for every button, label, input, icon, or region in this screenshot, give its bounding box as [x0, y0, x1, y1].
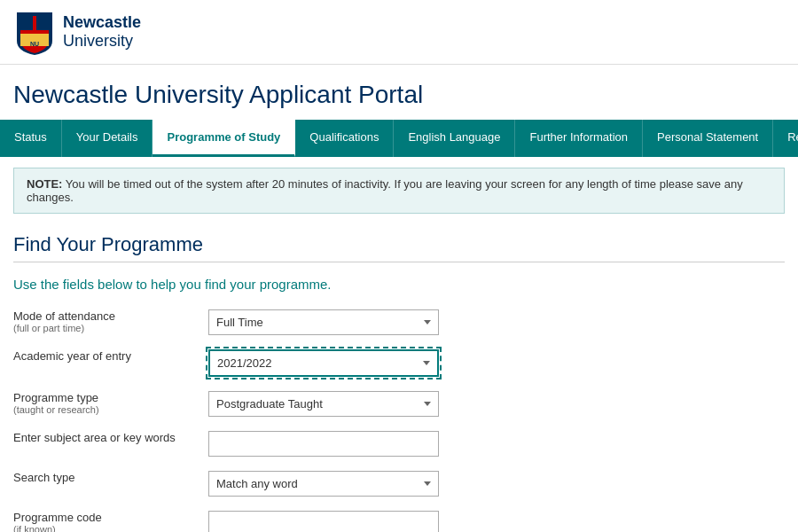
mode-attendance-sublabel: (full or part time) — [13, 323, 208, 333]
subject-area-input[interactable] — [208, 431, 439, 457]
programme-code-input[interactable] — [208, 511, 439, 532]
tab-your-details[interactable]: Your Details — [62, 120, 153, 157]
academic-year-row: Academic year of entry 2020/2021 2021/20… — [13, 349, 785, 377]
subject-area-control — [208, 431, 785, 457]
svg-text:NU: NU — [30, 41, 39, 47]
programme-code-sublabel: (if known) — [13, 524, 208, 532]
search-type-label-cell: Search type — [13, 471, 208, 484]
subject-area-label: Enter subject area or key words — [13, 431, 208, 444]
academic-year-label-cell: Academic year of entry — [13, 349, 208, 363]
section-divider — [13, 262, 785, 262]
mode-attendance-label: Mode of attendance — [13, 309, 208, 323]
tab-referees[interactable]: Referees — [773, 120, 798, 157]
logo-line2: University — [63, 32, 141, 51]
subject-area-row: Enter subject area or key words — [13, 431, 785, 457]
university-logo-icon: NU — [13, 9, 56, 55]
programme-code-label: Programme code — [13, 511, 208, 524]
programme-code-control — [208, 511, 785, 532]
instruction-text: Use the fields below to help you find yo… — [13, 277, 785, 292]
subject-area-label-cell: Enter subject area or key words — [13, 431, 208, 444]
programme-search-form: Mode of attendance (full or part time) F… — [13, 309, 785, 532]
tab-further-information[interactable]: Further Information — [515, 120, 643, 157]
logo-line1: Newcastle — [63, 13, 141, 32]
note-banner: NOTE: You will be timed out of the syste… — [13, 168, 785, 214]
tab-qualifications[interactable]: Qualifications — [295, 120, 394, 157]
programme-type-select[interactable]: Postgraduate Taught Postgraduate Researc… — [208, 391, 439, 417]
mode-attendance-control: Full Time Part Time — [208, 309, 785, 335]
svg-rect-0 — [20, 16, 33, 30]
programme-type-sublabel: (taught or research) — [13, 404, 208, 415]
section-title: Find Your Programme — [13, 233, 785, 256]
page-title: Newcastle University Applicant Portal — [0, 65, 798, 120]
logo-text: Newcastle University — [63, 13, 141, 51]
navigation-tabs: Status Your Details Programme of Study Q… — [0, 120, 798, 157]
svg-rect-1 — [36, 16, 49, 30]
programme-type-label: Programme type — [13, 391, 208, 404]
header: NU Newcastle University — [0, 0, 798, 65]
tab-english-language[interactable]: English Language — [394, 120, 515, 157]
search-type-select[interactable]: Match any word Match all words Exact phr… — [208, 471, 439, 497]
mode-attendance-label-cell: Mode of attendance (full or part time) — [13, 309, 208, 333]
logo-area: NU Newcastle University — [13, 9, 141, 55]
programme-type-label-cell: Programme type (taught or research) — [13, 391, 208, 415]
note-text: You will be timed out of the system afte… — [27, 177, 743, 204]
academic-year-select[interactable]: 2020/2021 2021/2022 2022/2023 — [208, 349, 439, 377]
academic-year-control: 2020/2021 2021/2022 2022/2023 — [208, 349, 785, 377]
programme-code-row: Programme code (if known) — [13, 511, 785, 532]
main-content: Find Your Programme Use the fields below… — [0, 224, 798, 532]
academic-year-label: Academic year of entry — [13, 349, 208, 363]
programme-type-control: Postgraduate Taught Postgraduate Researc… — [208, 391, 785, 417]
tab-status[interactable]: Status — [0, 120, 62, 157]
programme-type-row: Programme type (taught or research) Post… — [13, 391, 785, 417]
search-type-label: Search type — [13, 471, 208, 484]
search-type-row: Search type Match any word Match all wor… — [13, 471, 785, 497]
tab-programme-of-study[interactable]: Programme of Study — [153, 120, 295, 157]
search-type-control: Match any word Match all words Exact phr… — [208, 471, 785, 497]
tab-personal-statement[interactable]: Personal Statement — [643, 120, 773, 157]
programme-code-label-cell: Programme code (if known) — [13, 511, 208, 532]
note-prefix: NOTE: — [27, 177, 62, 191]
mode-attendance-select[interactable]: Full Time Part Time — [208, 309, 439, 335]
mode-attendance-row: Mode of attendance (full or part time) F… — [13, 309, 785, 335]
